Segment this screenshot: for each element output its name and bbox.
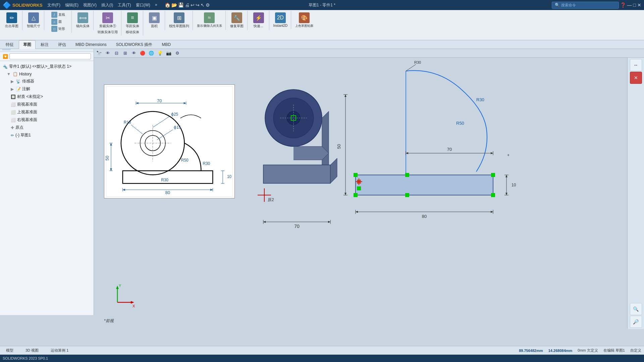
toolbar-group-sketch: ✏ 出出草图 (1, 11, 22, 30)
exit-sketch-button[interactable]: ✏ 出出草图 (3, 11, 20, 29)
right-plane-label: 右视基准面 (17, 117, 37, 123)
section-view-btn[interactable]: ⊟ (113, 50, 120, 57)
tab-mbd[interactable]: MBD (157, 41, 175, 48)
tab-sketch[interactable]: 草图 (19, 40, 36, 49)
smart-dim-icon: △ (28, 12, 39, 23)
mirror-button[interactable]: ⟺ 镜向实体 (74, 11, 91, 29)
repair-button[interactable]: 🔧 修复草图 (228, 11, 245, 29)
svg-text:50: 50 (336, 144, 341, 149)
camera-btn[interactable]: 📷 (165, 50, 172, 57)
svg-marker-52 (328, 221, 330, 223)
tree-root-icon: 🔩 (3, 64, 8, 69)
print-icon[interactable]: 🖨 (185, 2, 190, 8)
circle-label: 圆 (58, 19, 62, 24)
search-placeholder[interactable]: 搜索命令 (561, 3, 576, 8)
home-icon[interactable]: 🏠 (165, 2, 170, 8)
svg-text:80: 80 (165, 190, 170, 195)
pattern-button[interactable]: ⊞ 线性草图陈列 (168, 11, 191, 29)
tree-item-right-plane[interactable]: ⬜ 右视基准面 (0, 116, 94, 124)
svg-text:80: 80 (422, 214, 427, 219)
status-tab-motion[interactable]: 运动算例 1 (47, 347, 72, 354)
offset-button[interactable]: ≡ 等距实体 (124, 11, 141, 29)
rect-btn[interactable]: □ 矩形 (50, 25, 66, 32)
svg-marker-88 (505, 175, 507, 177)
search-icon: 🔍 (555, 3, 560, 7)
smart-dim-label: 智能尺寸 (27, 24, 40, 28)
undo-icon[interactable]: ↩ (191, 2, 195, 8)
display-mode-btn[interactable]: 👁 (104, 50, 111, 57)
tree-item-origin[interactable]: ✚ 原点 (0, 124, 94, 131)
display-setting-btn[interactable]: ⚙ (174, 50, 181, 57)
menu-view[interactable]: 视图(V) (81, 2, 99, 9)
menu-more[interactable]: » (153, 2, 159, 9)
tree-item-top-plane[interactable]: ⬜ 上视基准面 (0, 108, 94, 116)
view-setting-btn[interactable]: ⊞ (121, 50, 129, 57)
move-label: 移动实体 (126, 30, 139, 35)
svg-text:70: 70 (157, 98, 162, 103)
tree-item-history[interactable]: ▼ 📋 History (0, 71, 94, 77)
scene-btn[interactable]: 🌐 (148, 50, 155, 57)
cursor-icon[interactable]: ↖ (201, 2, 205, 8)
instant2d-button[interactable]: 2D Instant2D (272, 11, 289, 28)
close-btn[interactable]: ✕ (637, 2, 641, 8)
quick-button[interactable]: ⚡ 快速... (250, 11, 267, 29)
menu-insert[interactable]: 插入(I) (99, 2, 115, 9)
move-btn[interactable]: 移动实体 (124, 29, 141, 35)
tree-item-sensors[interactable]: ▶ 📡 传感器 (0, 77, 94, 85)
trim-button[interactable]: ✂ 剪裁实体① (98, 11, 117, 29)
tree-item-sketch1[interactable]: ✏ (-) 草图1 (0, 131, 94, 139)
left-panel: 🌲 📋 ⚙ 🎨 🔷 ▶ 🔽 🔩 零件1 (默认) <<默认>_显示状态 1> ▼… (0, 40, 94, 315)
status-tab-model[interactable]: 模型 (3, 347, 17, 354)
menu-window[interactable]: 窗口(W) (134, 2, 152, 9)
redo-icon[interactable]: ↪ (196, 2, 200, 8)
front-plane-icon: ⬜ (11, 102, 16, 107)
svg-marker-95 (344, 193, 346, 195)
rt-btn-0[interactable]: ↔ (630, 59, 642, 71)
rt-btn-1[interactable]: ✕ (630, 72, 642, 84)
svg-text:R50: R50 (181, 158, 189, 163)
view-orient-btn[interactable]: 🔭 (95, 50, 103, 57)
svg-text:R50: R50 (456, 121, 464, 126)
convert-btn[interactable]: 转换实体引用 (96, 29, 119, 35)
face-button[interactable]: ▣ 面积 (146, 11, 163, 29)
relations-icon: ≈ (204, 12, 215, 23)
rt-zoom-out[interactable]: 🔎 (630, 316, 642, 328)
expand-icon-3: ▶ (11, 87, 14, 92)
svg-text:10: 10 (227, 174, 232, 179)
tab-markup[interactable]: 标注 (36, 40, 53, 49)
help-icon[interactable]: ❓ (620, 2, 626, 8)
tree-root[interactable]: 🔩 零件1 (默认) <<默认>_显示状态 1> (0, 62, 94, 71)
relations-button[interactable]: ≈ 显示/删除几何关系 (196, 11, 223, 29)
trim-label: 剪裁实体① (99, 24, 116, 28)
edit-appear-btn[interactable]: 🔴 (139, 50, 146, 57)
svg-text:ϕ25: ϕ25 (171, 112, 178, 117)
status-tab-3dview[interactable]: 3D 视图 (22, 347, 42, 354)
save-icon[interactable]: 💾 (178, 2, 184, 8)
circle-btn[interactable]: ○ 圆 (50, 18, 66, 25)
tree-item-annotations[interactable]: ▶ 📝 注解 (0, 85, 94, 93)
lighting-btn[interactable]: 💡 (156, 50, 164, 57)
tab-mbd-dimensions[interactable]: MBD Dimensions (71, 41, 111, 48)
line-btn[interactable]: / 直线 (50, 11, 66, 18)
tree-item-front-plane[interactable]: ⬜ 前视基准面 (0, 101, 94, 108)
filter-icon: 🔽 (3, 54, 8, 59)
tab-solidworks-plugins[interactable]: SOLIDWORKS 插件 (112, 40, 157, 49)
filter-input[interactable] (9, 53, 91, 59)
tree-item-material[interactable]: 🔲 材质 <未指定> (0, 93, 94, 101)
menu-edit[interactable]: 编辑(E) (63, 2, 80, 9)
tab-evaluate[interactable]: 评估 (54, 40, 70, 49)
settings-icon[interactable]: ⚙ (206, 2, 210, 8)
hide-show-btn[interactable]: 👁 (130, 50, 138, 57)
color-sketch-button[interactable]: 🎨 上色草图轮廓 (294, 11, 315, 29)
maximize-btn[interactable]: □ (633, 2, 636, 8)
instant2d-label: Instant2D (273, 24, 288, 27)
minimize-btn[interactable]: — (627, 2, 632, 8)
toolbar-group-trim: ✂ 剪裁实体① 转换实体引用 (94, 11, 121, 36)
smart-dim-button[interactable]: △ 智能尺寸 (25, 11, 42, 29)
tab-features[interactable]: 特征 (1, 40, 18, 49)
rt-zoom-in[interactable]: 🔍 (630, 303, 642, 315)
menu-file[interactable]: 文件(F) (45, 2, 62, 9)
open-icon[interactable]: 📂 (171, 2, 177, 8)
menu-tools[interactable]: 工具(T) (116, 2, 133, 9)
svg-text:R18: R18 (124, 120, 131, 125)
